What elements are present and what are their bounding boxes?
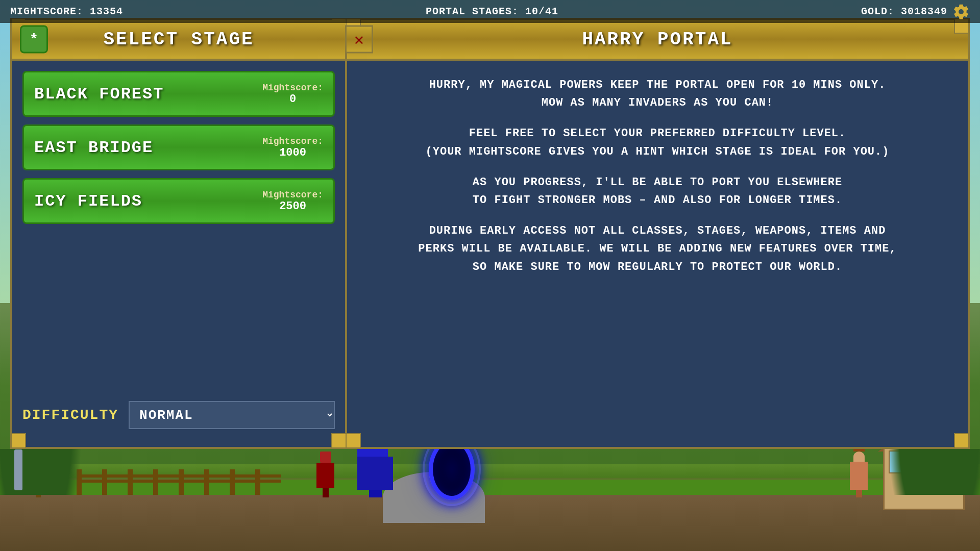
fence-post-4 — [153, 469, 158, 495]
select-stage-title: SELECT STAGE — [103, 29, 254, 50]
right-panel-body: HURRY, MY MAGICAL POWERS KEEP THE PORTAL… — [347, 61, 968, 447]
blue-monster — [357, 449, 393, 497]
monster-head — [357, 449, 388, 457]
stage-icy-fields-button[interactable]: ICY FIELDS Mightscore: 2500 — [22, 178, 335, 224]
left-panel: * SELECT STAGE ✕ BLACK FOREST Mightscore… — [10, 18, 347, 449]
portal-text-3: AS YOU PROGRESS, I'LL BE ABLE TO PORT YO… — [368, 173, 947, 209]
mightscore-value: 13354 — [90, 6, 123, 17]
tree-right-scene — [888, 449, 980, 495]
fence-group-left — [77, 464, 281, 495]
right-corner-bl — [346, 433, 361, 448]
portal-text-4: DURING EARLY ACCESS NOT ALL CLASSES, STA… — [368, 222, 947, 276]
stage-icy-fields-score: Mightscore: 2500 — [262, 190, 323, 213]
portal-text-2: FEEL FREE TO SELECT YOUR PREFERRED DIFFI… — [368, 124, 947, 160]
scrollbar-thumb — [14, 449, 22, 490]
gear-icon[interactable] — [952, 3, 970, 20]
mightscore-display: MIGHTSCORE: 13354 — [10, 6, 123, 17]
npc-legs — [856, 490, 862, 497]
left-panel-body: BLACK FOREST Mightscore: 0 EAST BRIDGE M… — [12, 61, 345, 447]
difficulty-select[interactable]: NORMAL EASY HARD — [129, 401, 335, 429]
knight-legs — [323, 488, 329, 497]
corner-decoration-bl — [11, 433, 26, 448]
panels-container: * SELECT STAGE ✕ BLACK FOREST Mightscore… — [10, 18, 970, 449]
harry-portal-title: HARRY PORTAL — [582, 29, 732, 50]
mightscore-label: MIGHTSCORE: — [10, 6, 83, 17]
right-corner-br — [954, 433, 969, 448]
gold-value: 3018349 — [901, 6, 947, 17]
stage-east-bridge-button[interactable]: EAST BRIDGE Mightscore: 1000 — [22, 124, 335, 170]
knight-helmet — [320, 452, 331, 463]
stage-black-forest-button[interactable]: BLACK FOREST Mightscore: 0 — [22, 71, 335, 117]
close-button[interactable]: ✕ — [345, 26, 373, 54]
fence-post-6 — [204, 469, 209, 495]
right-panel-header: HARRY PORTAL — [347, 20, 968, 61]
stage-east-bridge-score: Mightscore: 1000 — [262, 136, 323, 159]
npc-head — [853, 452, 865, 462]
stage-black-forest-name: BLACK FOREST — [34, 85, 262, 104]
tree-left-scene — [0, 449, 82, 495]
scene-area — [0, 449, 980, 551]
fence-post-7 — [230, 469, 235, 495]
fence-post-5 — [179, 469, 184, 495]
portal-stages-label: PORTAL STAGES: — [426, 6, 519, 17]
monster-legs — [369, 490, 382, 497]
portal-text-1: HURRY, MY MAGICAL POWERS KEEP THE PORTAL… — [368, 76, 947, 112]
stage-black-forest-score: Mightscore: 0 — [262, 83, 323, 106]
asterisk-button[interactable]: * — [20, 26, 48, 54]
portal-outer-glow — [423, 449, 481, 506]
gold-label: GOLD: — [861, 6, 894, 17]
fence-post-3 — [128, 469, 133, 495]
portal-visual — [429, 449, 475, 500]
portal-stages-value: 10/41 — [525, 6, 558, 17]
npc-body — [850, 462, 868, 490]
fence-post-2 — [102, 469, 107, 495]
stage-east-bridge-name: EAST BRIDGE — [34, 138, 262, 157]
fence-post-8 — [255, 469, 260, 495]
right-panel: HARRY PORTAL HURRY, MY MAGICAL POWERS KE… — [347, 18, 970, 449]
npc-woman — [850, 449, 868, 497]
monster-body — [357, 457, 393, 490]
stage-icy-fields-name: ICY FIELDS — [34, 192, 262, 211]
difficulty-label: DIFFICULTY — [22, 407, 118, 423]
corner-decoration-br — [331, 433, 347, 448]
hud-bar: MIGHTSCORE: 13354 PORTAL STAGES: 10/41 G… — [0, 0, 980, 23]
left-panel-header: * SELECT STAGE ✕ — [12, 20, 345, 61]
close-icon: ✕ — [354, 29, 364, 49]
gold-display: GOLD: 3018349 — [861, 6, 947, 17]
difficulty-section: DIFFICULTY NORMAL EASY HARD — [22, 393, 335, 437]
portal-stages-display: PORTAL STAGES: 10/41 — [426, 6, 558, 17]
knight-body — [316, 463, 334, 488]
red-knight-character — [316, 452, 334, 497]
